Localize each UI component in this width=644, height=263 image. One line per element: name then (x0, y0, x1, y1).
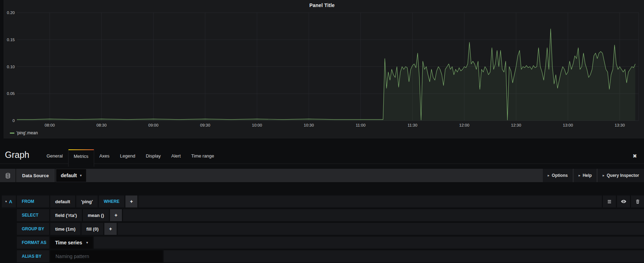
tab-legend[interactable]: Legend (115, 149, 141, 163)
query-part[interactable]: field ('rta') (50, 209, 82, 221)
panel-type-title: Graph (5, 150, 29, 160)
tab-axes[interactable]: Axes (94, 149, 115, 163)
add-part-button[interactable]: + (125, 195, 137, 207)
query-row-select: SELECTfield ('rta')mean ()+ (2, 209, 644, 221)
button-label: Options (552, 173, 568, 178)
chevron-down-icon: ▾ (5, 200, 7, 203)
row-indent (2, 209, 17, 221)
query-part[interactable]: fill (0) (82, 223, 104, 235)
chevron-down-icon: ▾ (80, 174, 82, 177)
tab-general[interactable]: General (41, 149, 68, 163)
tab-display[interactable]: Display (141, 149, 166, 163)
x-axis-tick: 10:00 (252, 123, 262, 127)
y-axis-tick: 0.05 (7, 91, 15, 96)
datasource-select[interactable]: default ▾ (56, 169, 86, 182)
tab-time-range[interactable]: Time range (186, 149, 219, 163)
query-row-format-as: FORMAT ASTime series▾ (2, 237, 644, 249)
row-indent (2, 237, 17, 249)
button-label: Help (583, 173, 592, 178)
row-filler (164, 250, 644, 262)
x-axis-tick: 12:00 (459, 123, 469, 127)
eye-icon[interactable] (617, 195, 630, 207)
x-axis-tick: 08:00 (45, 123, 55, 127)
trash-icon[interactable] (631, 195, 644, 207)
toolbar-buttons: ▸Options▸Help▸Query Inspector (542, 169, 644, 182)
keyword-group-by[interactable]: GROUP BY (17, 223, 49, 235)
caret-right-icon: ▸ (548, 174, 549, 177)
query-part[interactable]: default (50, 195, 75, 207)
query-part[interactable]: 'ping' (76, 195, 98, 207)
chevron-down-icon: ▾ (86, 241, 88, 244)
database-icon (0, 169, 16, 182)
query-row-alias-by: ALIAS BY (2, 250, 644, 262)
datasource-toolbar: Data Source default ▾ ▸Options▸Help▸Quer… (0, 169, 644, 182)
toolbar-spacer (86, 169, 542, 182)
query-part[interactable]: time (1m) (50, 223, 80, 235)
x-axis-tick: 11:30 (408, 123, 417, 127)
y-axis-tick: 0.20 (7, 11, 15, 15)
panel-title[interactable]: Panel Title (0, 2, 644, 8)
format-as-value: Time series (55, 240, 82, 245)
grafana-panel-editor: 00.050.100.150.2008:0008:3009:0009:3010:… (0, 0, 644, 263)
x-axis-tick: 13:30 (615, 123, 625, 127)
query-row-group-by: GROUP BYtime (1m)fill (0)+ (2, 223, 644, 235)
tab-alert[interactable]: Alert (166, 149, 186, 163)
tab-metrics[interactable]: Metrics (68, 149, 94, 167)
add-part-button[interactable]: + (110, 209, 122, 221)
close-editor-icon[interactable]: ✖ (632, 153, 637, 159)
legend-series-color-dash (10, 133, 14, 134)
row-filler (118, 223, 644, 235)
query-inspector-button[interactable]: ▸Query Inspector (598, 169, 644, 182)
keyword-from[interactable]: FROM (17, 195, 49, 207)
format-as-select[interactable]: Time series▾ (50, 237, 93, 249)
legend-series-label: 'ping'.mean (17, 130, 38, 135)
query-part[interactable]: mean () (83, 209, 109, 221)
y-axis-tick: 0 (13, 118, 15, 123)
caret-right-icon: ▸ (603, 174, 604, 177)
query-part[interactable]: WHERE (99, 195, 124, 207)
x-axis-tick: 09:00 (148, 123, 158, 127)
time-series-chart[interactable]: 00.050.100.150.2008:0008:3009:0009:3010:… (0, 0, 644, 139)
x-axis-tick: 11:00 (356, 123, 365, 127)
datasource-label: Data Source (16, 169, 56, 182)
help-button[interactable]: ▸Help (574, 169, 597, 182)
keyword-format-as[interactable]: FORMAT AS (17, 237, 49, 249)
x-axis-tick: 13:00 (563, 123, 573, 127)
panel-editor-header: Graph GeneralMetricsAxesLegendDisplayAle… (0, 144, 644, 164)
keyword-select[interactable]: SELECT (17, 209, 49, 221)
caret-right-icon: ▸ (579, 174, 580, 177)
alias-by-input[interactable] (50, 250, 163, 262)
button-label: Query Inspector (607, 173, 639, 178)
x-axis-tick: 09:30 (200, 123, 210, 127)
query-editor: ▾AFROMdefault'ping'WHERE+SELECTfield ('r… (2, 195, 644, 263)
row-filler (138, 195, 602, 207)
editor-tabs: GeneralMetricsAxesLegendDisplayAlertTime… (41, 144, 219, 163)
x-axis-tick: 08:30 (97, 123, 107, 127)
menu-icon[interactable] (603, 195, 616, 207)
y-axis-tick: 0.10 (7, 65, 15, 69)
query-letter: A (9, 199, 12, 204)
x-axis-tick: 10:30 (304, 123, 314, 127)
row-indent (2, 250, 17, 262)
y-axis-tick: 0.15 (7, 38, 15, 42)
query-row-from: ▾AFROMdefault'ping'WHERE+ (2, 195, 644, 207)
x-axis-tick: 12:30 (511, 123, 521, 127)
add-part-button[interactable]: + (104, 223, 116, 235)
row-filler (94, 237, 644, 249)
row-indent (2, 223, 17, 235)
chart-legend[interactable]: 'ping'.mean (10, 130, 38, 135)
query-collapse-toggle[interactable]: ▾A (2, 195, 16, 207)
options-button[interactable]: ▸Options (543, 169, 573, 182)
row-filler (123, 209, 644, 221)
keyword-alias-by[interactable]: ALIAS BY (17, 250, 49, 262)
datasource-value: default (61, 173, 77, 178)
